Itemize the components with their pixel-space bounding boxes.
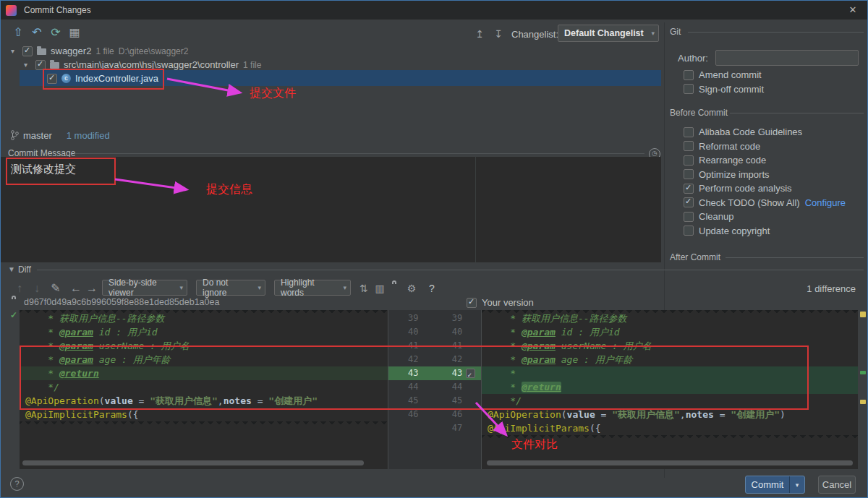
refresh-icon[interactable]: ⟳ (48, 25, 63, 40)
chevron-down-icon: ▾ (258, 284, 261, 291)
checkbox[interactable] (47, 74, 57, 84)
warning-stripe-mark[interactable] (860, 312, 866, 317)
checkbox[interactable] (684, 70, 694, 80)
checkbox[interactable] (684, 127, 694, 137)
checkbox[interactable] (684, 169, 694, 179)
git-option[interactable]: Amend commit (684, 68, 857, 82)
configure-link[interactable]: Configure (805, 197, 846, 208)
edit-icon[interactable]: ✎ (48, 281, 63, 296)
collapse-unchanged-icon[interactable]: ⇅ (357, 281, 371, 296)
left-pane-scrollbar[interactable] (22, 460, 364, 465)
before-commit-option[interactable]: Perform code analysis (684, 181, 864, 196)
previous-difference-icon[interactable]: ↑ (12, 281, 27, 296)
divider (688, 32, 864, 33)
checkbox[interactable] (22, 46, 33, 56)
branch-name[interactable]: master (23, 130, 52, 141)
right-pane-scrollbar[interactable] (487, 460, 853, 465)
help-button[interactable]: ? (10, 477, 24, 491)
close-icon[interactable]: ✕ (846, 4, 860, 17)
margin-guide (475, 157, 476, 262)
include-change-checkbox[interactable] (466, 369, 475, 378)
git-option[interactable]: Sign-off commit (684, 82, 857, 97)
divider (730, 113, 864, 113)
checkbox[interactable] (684, 155, 694, 166)
commit-icon[interactable]: ⇧ (11, 25, 25, 40)
commit-button[interactable]: Commit ▾ (745, 476, 805, 494)
titlebar: Commit Changes ✕ (1, 1, 867, 20)
before-commit-option[interactable]: Check TODO (Show All)Configure (684, 196, 864, 210)
author-label: Author: (678, 53, 708, 64)
checkbox[interactable] (684, 184, 694, 194)
diff-left-marker-strip: ✓ (9, 310, 20, 469)
window-title: Commit Changes (24, 5, 91, 15)
folder-meta: 1 file (243, 60, 261, 70)
before-commit-option[interactable]: Alibaba Code Guidelines (684, 125, 864, 139)
commit-button-label[interactable]: Commit (746, 476, 789, 493)
rollback-icon[interactable]: ↶ (30, 25, 44, 40)
before-commit-option[interactable]: Rearrange code (684, 153, 864, 168)
whitespace-dropdown[interactable]: Do not ignore ▾ (196, 280, 265, 296)
chevron-down-icon[interactable]: ▾ (24, 61, 31, 69)
checkbox[interactable] (684, 141, 694, 151)
before-commit-option[interactable]: Cleanup (684, 210, 864, 224)
expand-all-icon[interactable]: ↥ (472, 27, 487, 41)
folder-icon (50, 62, 59, 69)
commit-message-editor[interactable]: 测试修改提交 (1, 157, 661, 262)
your-version-checkbox[interactable] (467, 298, 477, 311)
commit-dropdown-arrow-icon[interactable]: ▾ (789, 476, 804, 493)
checkbox[interactable] (684, 84, 694, 94)
commit-message-text[interactable]: 测试修改提交 (11, 163, 76, 176)
line-number-left: 39 (388, 312, 422, 325)
line-number-left: 45 (388, 394, 422, 408)
next-difference-icon[interactable]: ↓ (30, 281, 44, 296)
collapsed-region-edge (20, 421, 388, 426)
file-name: IndexController.java (75, 73, 158, 84)
code-line: */ (20, 380, 388, 394)
before-commit-option[interactable]: Update copyright (684, 224, 864, 239)
gear-icon[interactable]: ⚙ (404, 281, 419, 296)
warning-stripe-mark[interactable] (860, 400, 866, 404)
tree-row-file[interactable]: c IndexController.java (47, 73, 158, 84)
after-commit-title: After Commit (670, 252, 720, 262)
changelist-label: Changelist: (511, 29, 558, 40)
diff-gutter-row: 4545 (388, 394, 481, 408)
checkbox[interactable] (684, 197, 694, 207)
annotation-label-message: 提交信息 (206, 182, 252, 197)
chevron-down-icon[interactable]: ▾ (11, 47, 18, 55)
branch-row: master 1 modified (11, 129, 110, 142)
help-icon[interactable]: ? (425, 281, 439, 296)
forward-icon[interactable]: → (85, 281, 99, 296)
change-applied-check-icon[interactable]: ✓ (10, 310, 17, 320)
checkbox[interactable] (684, 226, 694, 236)
checkbox[interactable] (35, 60, 46, 70)
line-number-right: 46 (441, 408, 462, 421)
back-icon[interactable]: ← (69, 281, 83, 296)
code-line: @ApiOperation(value = "获取用户信息",notes = "… (20, 394, 388, 408)
before-commit-option[interactable]: Optimize imports (684, 168, 864, 182)
chevron-down-icon: ▾ (179, 284, 183, 291)
whitespace-value: Do not ignore (203, 278, 253, 298)
changelist-dropdown[interactable]: Default Changelist ▾ (558, 25, 659, 42)
folder-icon (37, 48, 46, 55)
viewer-value: Side-by-side viewer (109, 278, 175, 298)
diff-left-pane[interactable]: * 获取用户信息--路径参数 * @param id : 用户id * @par… (20, 310, 388, 469)
before-commit-option-label: Check TODO (Show All) (699, 197, 800, 208)
change-stripe-mark[interactable] (860, 371, 866, 374)
commit-changes-dialog: Commit Changes ✕ ⇧ ↶ ⟳ ▦ ↥ ↧ Changelist:… (0, 0, 868, 498)
divider (75, 153, 644, 154)
tree-row-root[interactable]: ▾ swagger2 1 file D:\gitee\swagger2 (11, 44, 188, 58)
git-options: Amend commitSign-off commit (684, 68, 857, 96)
checkbox[interactable] (684, 212, 694, 222)
before-commit-option[interactable]: Reformat code (684, 139, 864, 154)
viewer-dropdown[interactable]: Side-by-side viewer ▾ (102, 280, 187, 296)
synchronize-columns-icon[interactable]: ▥ (373, 281, 387, 296)
diff-collapse-icon[interactable]: ▼ (8, 265, 15, 273)
modified-count[interactable]: 1 modified (67, 130, 110, 141)
code-line: * @param id : 用户id (20, 325, 388, 339)
group-by-icon[interactable]: ▦ (67, 25, 82, 40)
revision-hash: d967f0d49a9c6b996059f8e88e1ded85deb1a0ea (24, 297, 219, 307)
highlight-dropdown[interactable]: Highlight words ▾ (274, 280, 351, 296)
collapse-all-icon[interactable]: ↧ (491, 27, 506, 41)
author-input[interactable] (715, 50, 859, 66)
cancel-button[interactable]: Cancel (818, 476, 856, 494)
